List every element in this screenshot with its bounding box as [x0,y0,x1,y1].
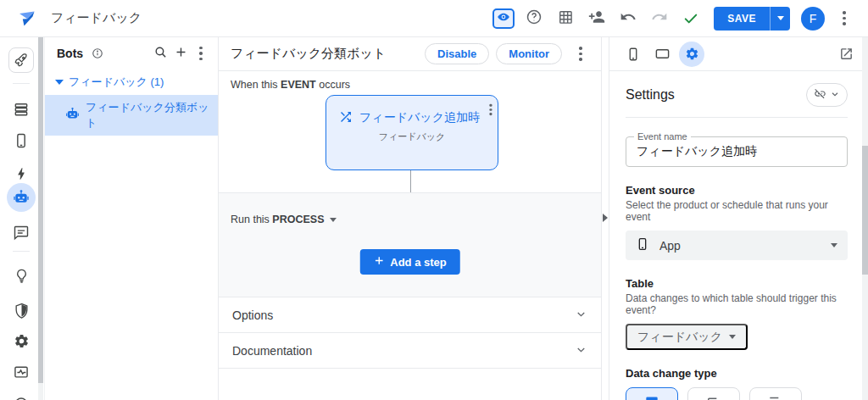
collapse-panel-arrow[interactable] [603,214,608,222]
delete-row-icon [705,393,722,400]
chevron-down-icon [575,308,587,323]
get-started-icon[interactable] [8,47,34,73]
mobile-icon [636,237,649,254]
save-dropdown-button[interactable] [770,7,790,31]
event-card[interactable]: フィードバック追加時 フィードバック [326,95,498,170]
topbar-more-button[interactable] [832,7,856,31]
shuffle-icon [338,109,353,128]
options-accordion[interactable]: Options [219,297,601,333]
help-icon [526,8,542,28]
bot-tree-item-label: フィードバック分類ボット [86,100,211,131]
data-change-adds-card[interactable]: Adds [626,387,678,400]
event-source-helper: Select the product or schedule that runs… [626,199,848,223]
event-name-field[interactable]: Event name [626,136,848,167]
mobile-preview-icon[interactable] [621,42,645,66]
unlink-toggle-button[interactable] [806,83,848,107]
nav-data-icon[interactable] [8,97,34,122]
preview-eye-button[interactable] [492,8,515,29]
bots-group-label: フィードバック (1) [69,75,164,90]
nav-security-icon[interactable] [8,297,34,323]
data-grid-button[interactable] [554,7,577,31]
appsheet-bot-editor: フィードバック [0,0,868,400]
process-section: Run this PROCESS Add a step [219,192,601,297]
bots-panel-header: Bots [45,37,218,69]
event-section: When this EVENT occurs フィードバック追加時 フィードバッ… [219,71,601,192]
nav-app-icon[interactable] [8,128,34,153]
event-source-label: Event source [626,184,848,197]
table-select[interactable]: フィードバック [626,324,748,350]
undo-button[interactable] [616,7,640,31]
event-name-label: Event name [634,131,691,142]
avatar[interactable]: F [801,7,825,31]
table-label: Table [626,277,848,290]
settings-toolbar [609,37,868,71]
bots-search-button[interactable] [150,43,170,64]
nav-automation-icon-selected[interactable] [7,183,36,212]
event-source-select[interactable]: App [626,231,848,260]
editor-more-button[interactable] [569,42,593,66]
disable-button[interactable]: Disable [425,43,489,64]
nav-settings-icon[interactable] [8,328,34,353]
add-step-button[interactable]: Add a step [359,249,459,275]
bots-add-button[interactable] [170,43,191,64]
help-button[interactable] [522,7,546,31]
undo-icon [620,8,637,28]
documentation-accordion[interactable]: Documentation [219,333,601,369]
nav-manage-icon[interactable] [8,359,34,385]
caret-down-icon [777,16,784,20]
bots-more-button[interactable] [191,43,211,64]
table-helper: Data changes to which table should trigg… [626,292,848,316]
event-card-subtitle: フィードバック [326,131,498,143]
link-off-icon [814,87,826,103]
settings-tab-icon-selected[interactable] [679,42,704,67]
event-name-input[interactable] [637,145,837,158]
caret-down-icon [831,243,837,247]
nav-intelligence-icon[interactable] [8,263,34,288]
nav-search-icon-partial[interactable] [8,390,34,400]
rail-divider [13,83,30,84]
settings-scrollbar[interactable] [862,37,868,400]
bot-editor-canvas: フィードバック分類ボット Disable Monitor When this E… [219,37,602,400]
tablet-preview-icon[interactable] [650,42,674,66]
main-area: Bots フィードバック (1) [0,37,868,400]
flow-connector-line [410,170,412,192]
event-card-more-button[interactable] [489,104,492,115]
kebab-icon [579,47,582,61]
data-change-updates-card[interactable]: Updates [749,387,802,400]
adds-rows-icon [643,393,660,400]
chevron-down-icon [575,343,587,358]
share-add-user-button[interactable] [585,7,609,31]
nav-chat-icon[interactable] [8,220,34,246]
bots-tree-group[interactable]: フィードバック (1) [45,69,218,95]
save-button[interactable]: SAVE [714,7,770,31]
rail-divider [13,251,30,252]
documentation-label: Documentation [232,344,312,358]
data-change-type-options: Adds Deletes [626,387,848,400]
redo-icon [651,8,668,28]
bot-title: フィードバック分類ボット [231,46,386,62]
bots-panel-title: Bots [57,47,83,60]
tree-expand-caret-icon [55,80,64,85]
event-card-title: フィードバック追加時 [357,109,482,125]
person-add-icon [588,8,605,28]
redo-button[interactable] [648,7,671,31]
open-in-new-icon[interactable] [834,42,858,66]
appsheet-logo-icon[interactable] [17,8,37,29]
grid-icon [557,8,574,28]
info-icon[interactable] [87,43,108,64]
event-sentence: When this EVENT occurs [231,79,350,91]
bots-tree-item-selected[interactable]: フィードバック分類ボット [45,95,218,136]
plus-icon [174,45,188,62]
settings-title: Settings [626,87,675,103]
data-change-deletes-card[interactable]: Deletes [687,387,740,400]
kebab-icon [199,47,203,61]
topbar-actions: SAVE F [492,7,856,31]
monitor-button[interactable]: Monitor [496,43,562,64]
settings-panel: Settings Event name Event source Select … [609,37,868,400]
app-title: フィードバック [51,10,142,26]
process-sentence[interactable]: Run this PROCESS [231,214,337,225]
caret-down-icon [729,335,736,339]
table-value: フィードバック [637,330,722,345]
data-change-type-label: Data change type [626,367,848,380]
rail-scrollbar[interactable] [38,37,43,400]
